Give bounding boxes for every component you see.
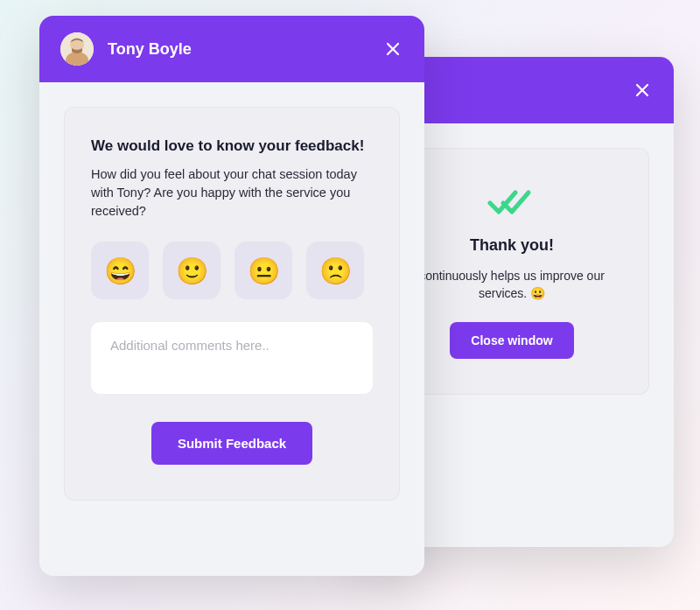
close-icon[interactable] [632,80,653,101]
feedback-title: We would love to know your feedback! [91,137,373,155]
confirmation-title: Thank you! [396,236,627,255]
avatar [60,32,94,66]
feedback-dialog: Tony Boyle We would love to know your fe… [39,16,424,576]
success-checkmark-icon [396,187,627,217]
rating-neutral[interactable]: 😐 [234,242,292,299]
close-icon[interactable] [382,39,403,60]
submit-button[interactable]: Submit Feedback [151,422,312,465]
rating-unhappy[interactable]: 🙁 [306,242,364,299]
rating-very-happy[interactable]: 😄 [91,242,149,299]
dialog-header: Tony Boyle [39,16,424,82]
comment-input[interactable] [91,322,373,394]
confirmation-text: continuously helps us improve our servic… [396,267,627,303]
close-window-button[interactable]: Close window [450,322,573,359]
feedback-panel: We would love to know your feedback! How… [64,107,400,501]
header-left: Tony Boyle [60,32,192,66]
rating-happy[interactable]: 🙂 [163,242,220,299]
rating-options: 😄 🙂 😐 🙁 [91,242,373,299]
feedback-subtitle: How did you feel about your chat session… [91,165,373,221]
agent-name: Tony Boyle [108,40,192,59]
feedback-content: We would love to know your feedback! How… [39,82,424,525]
